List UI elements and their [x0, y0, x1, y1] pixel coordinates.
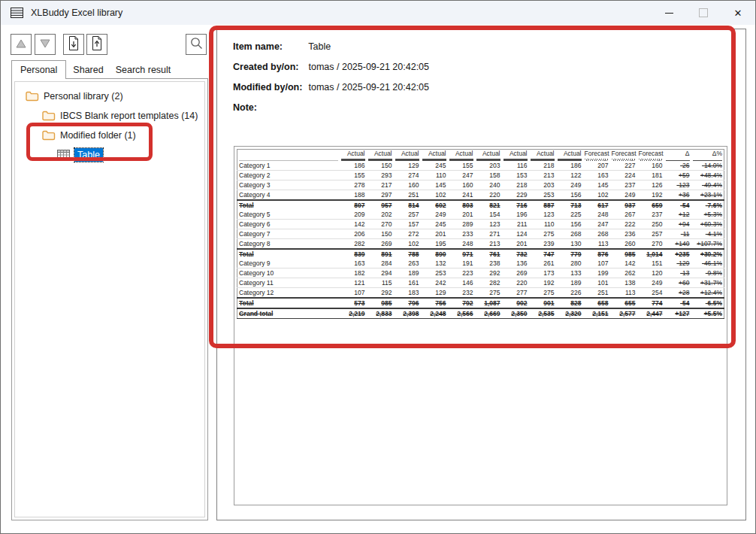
preview-cell: 247 [448, 171, 475, 181]
preview-cell: 223 [448, 269, 475, 278]
preview-cell: +30.2% [691, 249, 724, 259]
preview-cell: 293 [367, 171, 394, 181]
maximize-button[interactable] [686, 1, 721, 25]
preview-cell: 241 [448, 190, 475, 201]
item-preview: ActualActualActualActualActualActualActu… [234, 146, 727, 505]
preview-cell: 814 [394, 200, 421, 210]
preview-cell: 107 [340, 288, 367, 299]
preview-cell: 133 [556, 269, 583, 278]
tree-item-ibcs-templates[interactable]: IBCS Blank report templates (14) [15, 106, 204, 126]
preview-cell: 788 [394, 249, 421, 259]
preview-cell: 136 [502, 259, 529, 269]
preview-cell: 971 [448, 249, 475, 259]
import-button[interactable] [63, 34, 84, 55]
preview-cell: 229 [502, 190, 529, 201]
preview-cell: 985 [367, 298, 394, 308]
preview-cell: 247 [583, 220, 610, 229]
preview-cell: 173 [529, 269, 556, 278]
preview-cell: 189 [556, 278, 583, 288]
move-down-button[interactable] [35, 34, 56, 55]
preview-cell: 289 [448, 220, 475, 229]
preview-cell: 150 [367, 229, 394, 239]
preview-cell: 282 [475, 278, 502, 288]
preview-cell: 239 [529, 239, 556, 250]
preview-cell: 226 [556, 288, 583, 299]
preview-cell: 263 [394, 259, 421, 269]
title-bar: XLBuddy Excel library ✕ [1, 1, 755, 25]
preview-cell: 203 [475, 161, 502, 171]
preview-cell: 257 [394, 210, 421, 220]
preview-cell: 271 [475, 229, 502, 239]
library-tree: Personal library (2) IBCS Blank report t… [14, 81, 205, 517]
preview-cell: -123 [664, 181, 691, 190]
preview-cell: 232 [448, 288, 475, 299]
preview-cell: 113 [610, 288, 637, 299]
minimize-button[interactable] [652, 1, 686, 25]
preview-cell: 163 [340, 259, 367, 269]
preview-cell: 102 [394, 239, 421, 250]
preview-cell: 224 [610, 171, 637, 181]
preview-cell: 237 [610, 181, 637, 190]
preview-cell: 201 [448, 210, 475, 220]
tree-item-modified-folder[interactable]: Modified folder (1) [15, 126, 204, 145]
preview-cell: 2,833 [367, 308, 394, 319]
preview-cell: +107.7% [691, 239, 724, 250]
preview-cell: +60 [664, 278, 691, 288]
preview-cell: 116 [502, 161, 529, 171]
tree-item-label: Personal library (2) [44, 91, 123, 102]
preview-cell: -4.1% [691, 229, 724, 239]
preview-row: Grand total2,2192,8332,3982,2482,5662,66… [237, 308, 724, 319]
tab-search-result[interactable]: Search result [110, 62, 177, 79]
preview-cell: 275 [475, 288, 502, 299]
detail-value: Table [308, 41, 331, 52]
preview-cell: 2,447 [637, 308, 664, 319]
search-icon [190, 37, 203, 53]
preview-cell: 110 [421, 171, 448, 181]
preview-cell: 828 [556, 298, 583, 308]
preview-cell: 153 [502, 171, 529, 181]
detail-panel: Item name: Table Created by/on: tomas / … [216, 29, 746, 520]
preview-cell-label: Total [237, 298, 340, 308]
preview-cell: 155 [448, 161, 475, 171]
preview-cell: 218 [502, 181, 529, 190]
preview-cell: 2,535 [529, 308, 556, 319]
preview-row: Category 9163284263132191238136261280107… [237, 259, 724, 269]
preview-cell: 297 [367, 190, 394, 201]
preview-cell-label: Category 11 [237, 278, 340, 288]
window-controls: ✕ [652, 1, 755, 25]
preview-cell: 126 [637, 181, 664, 190]
preview-cell: 985 [610, 249, 637, 259]
preview-cell: 2,350 [502, 308, 529, 319]
preview-cell: 225 [556, 210, 583, 220]
preview-cell: 242 [421, 278, 448, 288]
move-up-button[interactable] [11, 34, 32, 55]
preview-cell: 129 [421, 288, 448, 299]
preview-cell: 191 [448, 259, 475, 269]
preview-cell: 209 [340, 210, 367, 220]
preview-cell: +127 [664, 308, 691, 319]
preview-header-cell: Forecast [583, 150, 610, 162]
preview-header-cell: Actual [367, 150, 394, 162]
preview-cell: 236 [610, 229, 637, 239]
preview-cell: 145 [421, 181, 448, 190]
close-button[interactable]: ✕ [721, 1, 755, 25]
preview-cell: 181 [637, 171, 664, 181]
preview-cell: 268 [583, 229, 610, 239]
preview-cell-label: Category 3 [237, 181, 340, 190]
tree-item-table[interactable]: Table [15, 145, 204, 165]
preview-cell: 807 [340, 200, 367, 210]
preview-header-cell: Actual [475, 150, 502, 162]
preview-cell: +31.7% [691, 278, 724, 288]
tab-shared[interactable]: Shared [67, 62, 109, 79]
preview-cell: 260 [610, 239, 637, 250]
export-button[interactable] [86, 34, 107, 55]
tab-personal[interactable]: Personal [11, 60, 66, 79]
preview-cell: 294 [367, 269, 394, 278]
search-button[interactable] [186, 34, 207, 55]
preview-cell: 245 [421, 161, 448, 171]
preview-cell: 251 [583, 288, 610, 299]
tree-item-personal-library[interactable]: Personal library (2) [15, 86, 204, 106]
preview-header-cell: Actual [448, 150, 475, 162]
preview-cell: -6.5% [691, 298, 724, 308]
preview-cell: -7.6% [691, 200, 724, 210]
